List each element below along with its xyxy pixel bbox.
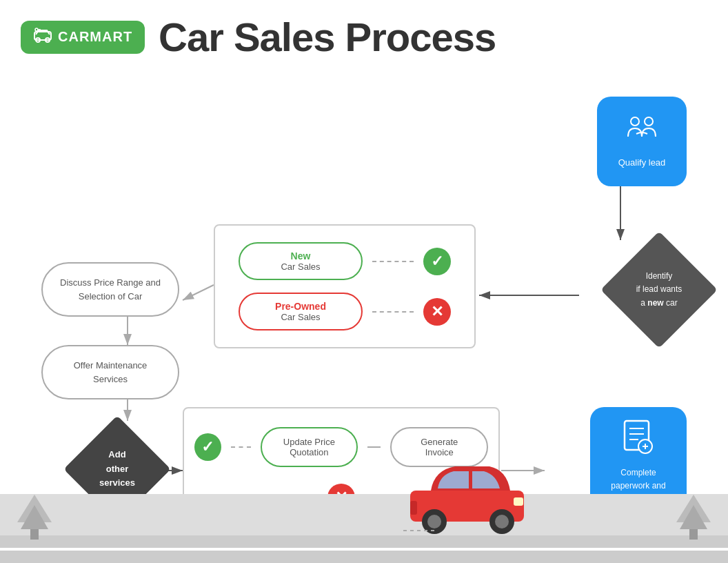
dotted-line-update: [231, 446, 251, 448]
pre-owned-car-btn[interactable]: Pre-Owned Car Sales: [239, 293, 363, 330]
pre-owned-x-icon: ✕: [423, 298, 451, 326]
svg-point-15: [631, 117, 639, 126]
identify-diamond: Identify if lead wants a new car: [604, 235, 714, 345]
discuss-oval: Discuss Price Range and Selection of Car: [41, 262, 179, 317]
identify-line2: if lead wants: [636, 283, 682, 296]
add-services-line2: other: [106, 462, 129, 477]
diagram: Qualify lead Identify if lead wants a ne…: [0, 76, 728, 524]
logo-badge: CARMART: [21, 21, 145, 54]
car-key-icon: [33, 28, 52, 47]
svg-point-3: [35, 28, 38, 31]
update-price-oval[interactable]: Update Price Quotation: [261, 427, 358, 467]
document-icon: [621, 419, 656, 460]
add-services-diamond: Add other services: [69, 421, 165, 517]
generate-invoice-line1: Generate: [405, 437, 473, 447]
complete-line1: Complete: [620, 468, 656, 477]
svg-point-32: [427, 515, 441, 529]
svg-rect-36: [514, 497, 523, 506]
road: [0, 535, 728, 563]
tree-right: [666, 491, 721, 542]
identify-new: new: [647, 298, 663, 308]
road-line: [0, 548, 728, 551]
qualify-lead-label: Qualify lead: [618, 157, 666, 168]
update-price-line1: Update Price: [276, 437, 343, 447]
dotted-line-preowned: [372, 311, 414, 313]
identify-line1: Identify: [646, 270, 673, 283]
dotted-line-new: [372, 261, 414, 262]
maintenance-oval: Offer Maintenance Services: [41, 345, 179, 399]
svg-point-16: [645, 117, 653, 126]
svg-rect-29: [689, 529, 698, 540]
svg-rect-35: [410, 501, 417, 515]
pre-owned-label-bottom: Car Sales: [261, 312, 341, 322]
header: CARMART Car Sales Process: [0, 0, 728, 74]
new-car-label-top: New: [261, 250, 341, 261]
svg-rect-26: [30, 529, 39, 540]
logo-text: CARMART: [58, 29, 132, 45]
add-services-line1: Add: [108, 448, 125, 462]
qualify-lead-node: Qualify lead: [597, 97, 687, 186]
complete-line2: paperwork and: [611, 481, 665, 491]
svg-line-10: [183, 285, 214, 300]
tree-left: [7, 491, 62, 542]
maintenance-label: Offer Maintenance Services: [74, 360, 148, 384]
svg-point-34: [495, 515, 509, 529]
update-price-check-icon: ✓: [194, 433, 221, 461]
pre-owned-label-top: Pre-Owned: [261, 301, 341, 312]
handshake-icon: [621, 116, 663, 152]
add-services-line3: services: [99, 476, 135, 491]
car-sales-box: New Car Sales ✓ Pre-Owned Car Sales ✕: [214, 224, 476, 348]
pre-owned-row: Pre-Owned Car Sales ✕: [225, 293, 464, 330]
update-price-line2: Quotation: [276, 447, 343, 457]
discuss-label: Discuss Price Range and Selection of Car: [60, 277, 161, 302]
new-car-sales-btn[interactable]: New Car Sales: [239, 242, 363, 280]
new-car-row: New Car Sales ✓: [225, 242, 464, 280]
identify-line3: a new car: [640, 297, 677, 310]
car-illustration: [400, 453, 538, 542]
line-to-invoice: [367, 446, 381, 448]
new-car-label-bottom: Car Sales: [261, 261, 341, 272]
new-car-check-icon: ✓: [423, 248, 451, 275]
page-title: Car Sales Process: [159, 14, 496, 60]
